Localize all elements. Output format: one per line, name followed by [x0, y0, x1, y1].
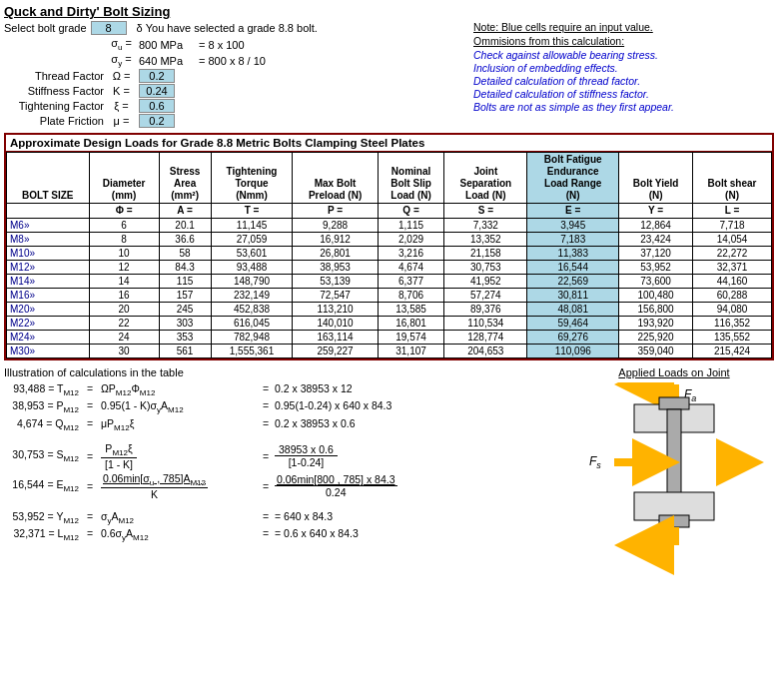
table-cell: 19,574	[378, 331, 444, 345]
thread-factor-input[interactable]: 0.2	[139, 69, 175, 83]
svg-rect-7	[659, 397, 689, 409]
calc-row-yield: 53,952 = YM12 = σyAM12 = = 640 x 84.3	[4, 510, 574, 525]
table-cell[interactable]: M16»	[7, 289, 90, 303]
table-cell: 110,534	[444, 317, 527, 331]
calc-sep-eq2: =	[263, 450, 273, 462]
table-cell: 16,544	[527, 261, 619, 275]
calc-torque-eq2: =	[263, 382, 273, 394]
table-cell: 23,424	[619, 233, 693, 247]
table-cell: 58	[159, 247, 211, 261]
table-cell[interactable]: M22»	[7, 317, 90, 331]
table-cell: 616,045	[211, 317, 293, 331]
table-cell: 26,801	[293, 247, 378, 261]
table-cell: 7,332	[444, 219, 527, 233]
table-cell[interactable]: M14»	[7, 275, 90, 289]
table-cell: 89,376	[444, 303, 527, 317]
calc-sep-rhs-numer: 38953 x 0.6	[275, 443, 338, 456]
table-cell: 8,706	[378, 289, 444, 303]
table-cell: 2,029	[378, 233, 444, 247]
table-cell: 140,010	[293, 317, 378, 331]
table-cell[interactable]: M6»	[7, 219, 90, 233]
page-title: Quck and Dirty' Bolt Sizing	[4, 4, 774, 19]
table-cell[interactable]: M10»	[7, 247, 90, 261]
table-cell: 353	[159, 331, 211, 345]
table-cell: 41,952	[444, 275, 527, 289]
table-cell: 3,216	[378, 247, 444, 261]
bolt-table: BOLT SIZE Diameter(mm) StressArea(mm²) T…	[6, 152, 772, 358]
table-row: M14»14115148,79053,1396,37741,95222,5697…	[7, 275, 772, 289]
table-cell: 16,912	[293, 233, 378, 247]
table-cell: 116,352	[693, 317, 772, 331]
col-diameter: Diameter(mm)	[89, 153, 159, 204]
table-cell: 259,227	[293, 345, 378, 358]
calc-row-preload: 38,953 = PM12 = 0.95(1 - K)σyAM12 = 0.95…	[4, 399, 574, 414]
calc-shear-mid: 0.6σyAM12	[101, 527, 261, 542]
calc-row-slip: 4,674 = QM12 = μPM12ξ = 0.2 x 38953 x 0.…	[4, 417, 574, 432]
table-row: M22»22303616,045140,01016,801110,53459,4…	[7, 317, 772, 331]
table-cell: 204,653	[444, 345, 527, 358]
table-cell: 12,864	[619, 219, 693, 233]
table-cell: 14	[89, 275, 159, 289]
col-stress-area: StressArea(mm²)	[159, 153, 211, 204]
table-cell: 163,114	[293, 331, 378, 345]
calc-sep-rhs-denom: [1-0.24]	[285, 456, 329, 468]
table-cell[interactable]: M12»	[7, 261, 90, 275]
grade-input[interactable]: 8	[91, 21, 127, 35]
tightening-factor-input[interactable]: 0.6	[139, 99, 175, 113]
table-row: M24»24353782,948163,11419,574128,77469,2…	[7, 331, 772, 345]
calc-yield-lhs: 53,952 = YM12	[4, 510, 79, 525]
table-cell: 30,753	[444, 261, 527, 275]
calc-preload-mid: 0.95(1 - K)σyAM12	[101, 399, 261, 414]
top-section: Select bolt grade 8 δ You have selected …	[4, 21, 774, 129]
table-row: M16»16157232,14972,5478,70657,27430,8111…	[7, 289, 772, 303]
calc-shear-lhs: 32,371 = LM12	[4, 527, 79, 542]
calc-end-frac: 0.06min[σu , 785]AM12 K	[101, 472, 208, 500]
calc-torque-rhs: 0.2 x 38953 x 12	[275, 382, 353, 394]
table-cell: 36.6	[159, 233, 211, 247]
table-row: M8»836.627,05916,9122,02913,3527,18323,4…	[7, 233, 772, 247]
table-cell: 53,139	[293, 275, 378, 289]
calc-sep-numer: PM12ξ	[101, 442, 136, 458]
calc-end-eq: =	[81, 480, 99, 492]
table-cell[interactable]: M20»	[7, 303, 90, 317]
calc-end-mid: 0.06min[σu , 785]AM12 K	[101, 472, 261, 500]
table-cell[interactable]: M24»	[7, 331, 90, 345]
table-cell: 148,790	[211, 275, 293, 289]
calc-slip-lhs: 4,674 = QM12	[4, 417, 79, 432]
table-cell[interactable]: M8»	[7, 233, 90, 247]
table-cell: 135,552	[693, 331, 772, 345]
calc-row-separation: 30,753 = SM12 = PM12ξ [1 - K] = 38953 x …	[4, 442, 574, 470]
calc-torque-lhs: 93,488 = TM12	[4, 382, 79, 397]
table-cell: 4,674	[378, 261, 444, 275]
table-cell: 115	[159, 275, 211, 289]
calc-torque-mid: ΩPM12ΦM12	[101, 382, 261, 397]
svg-rect-10	[659, 515, 689, 527]
calc-shear-eq: =	[81, 527, 99, 539]
calc-end-rhs: 0.06min[800 , 785] x 84.3 0.24	[275, 473, 397, 498]
col-tightening-torque: TighteningTorque(Nmm)	[211, 153, 293, 204]
col-fatigue-endurance: Bolt FatigueEnduranceLoad Range(N)	[527, 153, 619, 204]
table-cell: 6,377	[378, 275, 444, 289]
table-row: M30»305611,555,361259,22731,107204,65311…	[7, 345, 772, 358]
table-row: M6»620.111,1459,2881,1157,3323,94512,864…	[7, 219, 772, 233]
table-cell: 59,464	[527, 317, 619, 331]
calc-preload-rhs: 0.95(1-0.24) x 640 x 84.3	[275, 399, 391, 411]
calc-sep-eq: =	[81, 450, 99, 462]
stiffness-factor-input[interactable]: 0.24	[139, 84, 175, 98]
plate-friction-input[interactable]: 0.2	[139, 114, 175, 128]
table-cell: 100,480	[619, 289, 693, 303]
omissions-title: Ommisions from this calculation:	[473, 35, 774, 47]
table-cell: 31,107	[378, 345, 444, 358]
subh-separation: S =	[444, 204, 527, 219]
calc-sep-lhs: 30,753 = SM12	[4, 448, 79, 463]
subh-slip: Q =	[378, 204, 444, 219]
table-cell: 32,371	[693, 261, 772, 275]
table-cell: 225,920	[619, 331, 693, 345]
grade-message: δ You have selected a grade 8.8 bolt.	[137, 22, 318, 34]
table-cell[interactable]: M30»	[7, 345, 90, 358]
table-cell: 782,948	[211, 331, 293, 345]
calc-yield-eq2: =	[263, 510, 273, 522]
table-cell: 1,115	[378, 219, 444, 233]
table-cell: 359,040	[619, 345, 693, 358]
table-cell: 232,149	[211, 289, 293, 303]
